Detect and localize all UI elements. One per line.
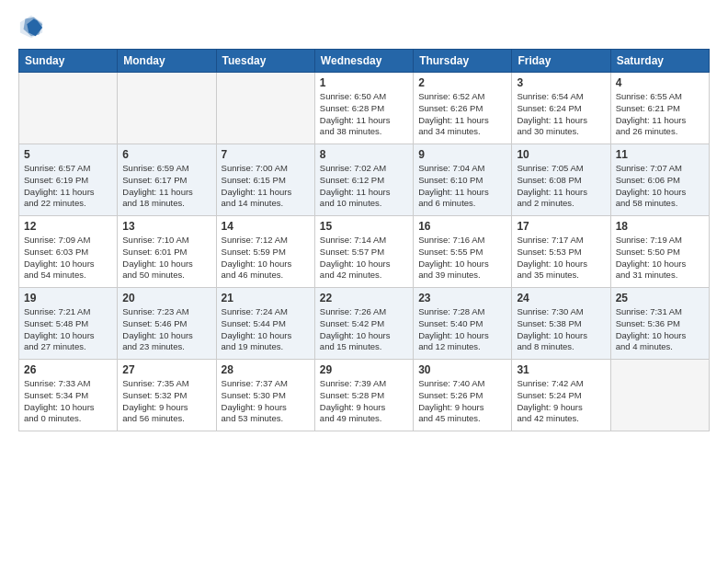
header-day: Wednesday (314, 50, 413, 73)
day-number: 13 (122, 220, 210, 233)
day-info: Sunrise: 7:05 AM Sunset: 6:08 PM Dayligh… (517, 163, 605, 210)
calendar-day-cell: 3Sunrise: 6:54 AM Sunset: 6:24 PM Daylig… (512, 73, 610, 144)
day-number: 5 (24, 148, 112, 161)
calendar-week-row: 26Sunrise: 7:33 AM Sunset: 5:34 PM Dayli… (19, 360, 710, 431)
day-number: 30 (418, 363, 506, 376)
calendar-day-cell: 8Sunrise: 7:02 AM Sunset: 6:12 PM Daylig… (314, 144, 413, 216)
day-info: Sunrise: 7:16 AM Sunset: 5:55 PM Dayligh… (418, 235, 506, 282)
day-info: Sunrise: 7:10 AM Sunset: 6:01 PM Dayligh… (122, 235, 210, 282)
day-number: 23 (418, 292, 506, 304)
calendar-day-cell: 2Sunrise: 6:52 AM Sunset: 6:26 PM Daylig… (414, 73, 512, 144)
header-day: Saturday (610, 50, 709, 73)
day-info: Sunrise: 6:50 AM Sunset: 6:28 PM Dayligh… (320, 91, 408, 138)
calendar-day-cell: 13Sunrise: 7:10 AM Sunset: 6:01 PM Dayli… (118, 216, 216, 288)
calendar-day-cell: 26Sunrise: 7:33 AM Sunset: 5:34 PM Dayli… (19, 360, 118, 431)
calendar-day-cell: 11Sunrise: 7:07 AM Sunset: 6:06 PM Dayli… (610, 144, 709, 216)
page: SundayMondayTuesdayWednesdayThursdayFrid… (0, 0, 728, 563)
day-info: Sunrise: 7:37 AM Sunset: 5:30 PM Dayligh… (222, 378, 310, 425)
day-number: 27 (122, 363, 210, 376)
header (18, 14, 710, 40)
calendar-week-row: 5Sunrise: 6:57 AM Sunset: 6:19 PM Daylig… (19, 144, 710, 216)
calendar-day-cell: 29Sunrise: 7:39 AM Sunset: 5:28 PM Dayli… (314, 360, 413, 431)
calendar-week-row: 19Sunrise: 7:21 AM Sunset: 5:48 PM Dayli… (19, 288, 710, 360)
day-info: Sunrise: 7:14 AM Sunset: 5:57 PM Dayligh… (320, 235, 408, 282)
day-number: 25 (616, 292, 704, 304)
day-info: Sunrise: 6:52 AM Sunset: 6:26 PM Dayligh… (418, 91, 506, 138)
calendar-day-cell: 7Sunrise: 7:00 AM Sunset: 6:15 PM Daylig… (216, 144, 314, 216)
day-info: Sunrise: 7:21 AM Sunset: 5:48 PM Dayligh… (24, 306, 112, 353)
day-info: Sunrise: 7:12 AM Sunset: 5:59 PM Dayligh… (222, 235, 310, 282)
day-number: 9 (418, 148, 506, 161)
calendar-day-cell: 27Sunrise: 7:35 AM Sunset: 5:32 PM Dayli… (118, 360, 216, 431)
header-day: Tuesday (216, 50, 314, 73)
logo-icon (18, 14, 44, 40)
calendar-day-cell: 20Sunrise: 7:23 AM Sunset: 5:46 PM Dayli… (118, 288, 216, 360)
day-number: 16 (418, 220, 506, 233)
day-info: Sunrise: 6:55 AM Sunset: 6:21 PM Dayligh… (616, 91, 704, 138)
calendar-day-cell: 5Sunrise: 6:57 AM Sunset: 6:19 PM Daylig… (19, 144, 118, 216)
day-number: 11 (616, 148, 704, 161)
day-info: Sunrise: 7:17 AM Sunset: 5:53 PM Dayligh… (517, 235, 605, 282)
day-number: 7 (222, 148, 310, 161)
day-number: 26 (24, 363, 112, 376)
day-info: Sunrise: 7:28 AM Sunset: 5:40 PM Dayligh… (418, 306, 506, 353)
header-day: Monday (118, 50, 216, 73)
day-info: Sunrise: 7:04 AM Sunset: 6:10 PM Dayligh… (418, 163, 506, 210)
header-day: Thursday (414, 50, 512, 73)
day-number: 1 (320, 76, 408, 89)
calendar-day-cell: 6Sunrise: 6:59 AM Sunset: 6:17 PM Daylig… (118, 144, 216, 216)
calendar-day-cell: 12Sunrise: 7:09 AM Sunset: 6:03 PM Dayli… (19, 216, 118, 288)
day-info: Sunrise: 6:57 AM Sunset: 6:19 PM Dayligh… (24, 163, 112, 210)
day-number: 20 (122, 292, 210, 304)
day-number: 12 (24, 220, 112, 233)
calendar-day-cell: 9Sunrise: 7:04 AM Sunset: 6:10 PM Daylig… (414, 144, 512, 216)
day-info: Sunrise: 6:54 AM Sunset: 6:24 PM Dayligh… (517, 91, 605, 138)
calendar-day-cell: 15Sunrise: 7:14 AM Sunset: 5:57 PM Dayli… (314, 216, 413, 288)
header-row: SundayMondayTuesdayWednesdayThursdayFrid… (19, 50, 710, 73)
calendar-day-cell: 10Sunrise: 7:05 AM Sunset: 6:08 PM Dayli… (512, 144, 610, 216)
calendar-day-cell: 1Sunrise: 6:50 AM Sunset: 6:28 PM Daylig… (314, 73, 413, 144)
day-number: 22 (320, 292, 408, 304)
day-info: Sunrise: 7:33 AM Sunset: 5:34 PM Dayligh… (24, 378, 112, 425)
day-info: Sunrise: 7:23 AM Sunset: 5:46 PM Dayligh… (122, 306, 210, 353)
calendar-day-cell: 25Sunrise: 7:31 AM Sunset: 5:36 PM Dayli… (610, 288, 709, 360)
day-number: 3 (517, 76, 605, 89)
day-number: 2 (418, 76, 506, 89)
calendar-day-cell: 24Sunrise: 7:30 AM Sunset: 5:38 PM Dayli… (512, 288, 610, 360)
logo (18, 14, 48, 40)
day-number: 6 (122, 148, 210, 161)
day-info: Sunrise: 7:19 AM Sunset: 5:50 PM Dayligh… (616, 235, 704, 282)
day-info: Sunrise: 7:24 AM Sunset: 5:44 PM Dayligh… (222, 306, 310, 353)
day-info: Sunrise: 7:30 AM Sunset: 5:38 PM Dayligh… (517, 306, 605, 353)
day-info: Sunrise: 6:59 AM Sunset: 6:17 PM Dayligh… (122, 163, 210, 210)
calendar-day-cell: 22Sunrise: 7:26 AM Sunset: 5:42 PM Dayli… (314, 288, 413, 360)
day-number: 4 (616, 76, 704, 89)
calendar-day-cell: 31Sunrise: 7:42 AM Sunset: 5:24 PM Dayli… (512, 360, 610, 431)
day-info: Sunrise: 7:35 AM Sunset: 5:32 PM Dayligh… (122, 378, 210, 425)
calendar-week-row: 1Sunrise: 6:50 AM Sunset: 6:28 PM Daylig… (19, 73, 710, 144)
day-number: 21 (222, 292, 310, 304)
day-number: 18 (616, 220, 704, 233)
day-info: Sunrise: 7:42 AM Sunset: 5:24 PM Dayligh… (517, 378, 605, 425)
calendar-day-cell (19, 73, 118, 144)
day-info: Sunrise: 7:39 AM Sunset: 5:28 PM Dayligh… (320, 378, 408, 425)
day-number: 19 (24, 292, 112, 304)
calendar-day-cell: 30Sunrise: 7:40 AM Sunset: 5:26 PM Dayli… (414, 360, 512, 431)
calendar-day-cell (216, 73, 314, 144)
calendar-day-cell: 19Sunrise: 7:21 AM Sunset: 5:48 PM Dayli… (19, 288, 118, 360)
day-info: Sunrise: 7:07 AM Sunset: 6:06 PM Dayligh… (616, 163, 704, 210)
day-number: 14 (222, 220, 310, 233)
calendar-day-cell: 21Sunrise: 7:24 AM Sunset: 5:44 PM Dayli… (216, 288, 314, 360)
calendar: SundayMondayTuesdayWednesdayThursdayFrid… (18, 49, 710, 431)
day-number: 29 (320, 363, 408, 376)
header-day: Friday (512, 50, 610, 73)
calendar-day-cell (610, 360, 709, 431)
day-info: Sunrise: 7:09 AM Sunset: 6:03 PM Dayligh… (24, 235, 112, 282)
day-info: Sunrise: 7:00 AM Sunset: 6:15 PM Dayligh… (222, 163, 310, 210)
day-info: Sunrise: 7:02 AM Sunset: 6:12 PM Dayligh… (320, 163, 408, 210)
day-number: 17 (517, 220, 605, 233)
day-info: Sunrise: 7:26 AM Sunset: 5:42 PM Dayligh… (320, 306, 408, 353)
calendar-day-cell: 16Sunrise: 7:16 AM Sunset: 5:55 PM Dayli… (414, 216, 512, 288)
calendar-day-cell: 28Sunrise: 7:37 AM Sunset: 5:30 PM Dayli… (216, 360, 314, 431)
calendar-day-cell: 17Sunrise: 7:17 AM Sunset: 5:53 PM Dayli… (512, 216, 610, 288)
